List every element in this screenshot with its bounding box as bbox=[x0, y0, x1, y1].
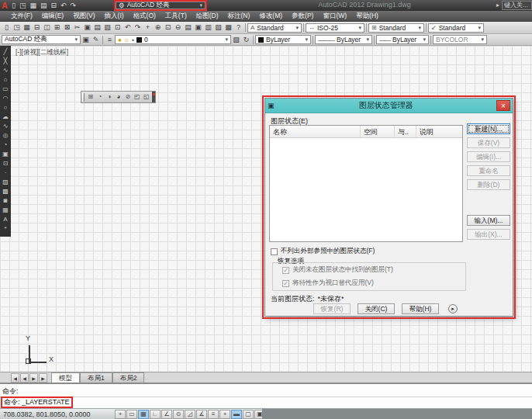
draw-tool-icon[interactable]: ☁ bbox=[2, 113, 9, 122]
menu-item[interactable]: 窗口(W) bbox=[318, 12, 351, 21]
tab-nav-icon[interactable]: ◀ bbox=[20, 373, 29, 383]
tab-layout2[interactable]: 布局2 bbox=[112, 372, 145, 383]
layer-properties-manager-icon[interactable]: ≡ bbox=[105, 35, 115, 45]
draw-tool-icon[interactable]: ▦ bbox=[2, 206, 9, 215]
draw-tool-icon[interactable]: * bbox=[4, 224, 6, 234]
quick-access-icon[interactable]: ▯ bbox=[12, 1, 16, 11]
toolbar-icon[interactable]: ⊕ bbox=[153, 23, 163, 33]
text-style-combo[interactable]: A Standard ▾ bbox=[247, 23, 302, 33]
tab-nav-icon[interactable]: ▶ bbox=[29, 373, 38, 383]
status-toggle-button[interactable]: ◿ bbox=[185, 410, 195, 419]
layer-states-icon[interactable]: ▧ bbox=[231, 35, 241, 45]
draw-tool-icon[interactable]: ○ bbox=[4, 103, 8, 113]
toolbar-icon[interactable]: ▥ bbox=[203, 23, 213, 33]
layer-state-icon[interactable]: ⊞ bbox=[86, 92, 95, 102]
draw-tool-icon[interactable]: ∿ bbox=[3, 122, 9, 131]
menu-item[interactable]: 视图(V) bbox=[68, 12, 99, 21]
tab-model[interactable]: 模型 bbox=[51, 372, 80, 383]
toolbar-icon[interactable]: ▩ bbox=[223, 23, 233, 33]
quick-access-icon[interactable]: ↶ bbox=[60, 1, 67, 11]
footer-button[interactable]: 关闭(C) bbox=[358, 303, 395, 314]
draw-tool-icon[interactable]: ▨ bbox=[2, 178, 9, 187]
footer-button[interactable]: 帮助(H) bbox=[402, 303, 439, 314]
status-toggle-button[interactable]: + bbox=[219, 410, 230, 419]
status-toggle-button[interactable]: ∟ bbox=[150, 410, 161, 419]
layer-state-icon[interactable]: ◰ bbox=[133, 92, 142, 102]
toolbar-icon[interactable]: ⊠ bbox=[62, 23, 72, 33]
close-icon[interactable]: × bbox=[496, 100, 510, 111]
draw-tool-icon[interactable]: ▩ bbox=[2, 187, 9, 196]
toolbar-icon[interactable]: ▤ bbox=[92, 23, 102, 33]
toolbar-icon[interactable]: ▦ bbox=[22, 23, 32, 33]
toolbar-icon[interactable]: ↶ bbox=[123, 23, 133, 33]
menu-item[interactable]: 文件(F) bbox=[6, 12, 37, 21]
autocad-logo-icon[interactable]: A bbox=[2, 1, 8, 11]
draw-tool-icon[interactable]: ╳ bbox=[4, 57, 8, 66]
toolbar-icon[interactable]: ▣ bbox=[193, 23, 203, 33]
xref-checkbox[interactable] bbox=[271, 248, 278, 255]
dim-style-combo[interactable]: ↔ ISO-25 ▾ bbox=[306, 23, 364, 33]
menu-item[interactable]: 参数(P) bbox=[287, 12, 318, 21]
dialog-button[interactable]: 重命名 bbox=[467, 165, 510, 176]
workspace-combo[interactable]: AutoCAD 经典 ▾ bbox=[2, 35, 81, 44]
toolbar-icon[interactable]: ⊡ bbox=[112, 23, 123, 33]
plot-style-combo[interactable]: BYCOLOR ▾ bbox=[433, 35, 487, 44]
toolbar-icon[interactable]: ⊡ bbox=[163, 23, 173, 33]
layer-state-icon[interactable]: ◱ bbox=[142, 92, 151, 102]
dialog-button[interactable]: 删除(D) bbox=[467, 179, 510, 190]
menu-item[interactable]: 工具(T) bbox=[161, 12, 192, 21]
status-toggle-button[interactable]: ▬ bbox=[231, 410, 242, 419]
color-combo[interactable]: ByLayer ▾ bbox=[255, 35, 311, 44]
column-header[interactable]: 说明 bbox=[416, 126, 462, 137]
tab-nav-icon[interactable]: ▶ bbox=[39, 373, 47, 383]
quick-access-icon[interactable]: ↷ bbox=[71, 1, 77, 11]
toolbar-icon[interactable]: ▯ bbox=[2, 23, 12, 33]
mleader-style-combo[interactable]: ↙ Standard ▾ bbox=[428, 23, 484, 33]
tab-layout1[interactable]: 布局1 bbox=[80, 372, 112, 383]
draw-tool-icon[interactable]: ▭ bbox=[2, 85, 9, 94]
column-header[interactable]: 名称 bbox=[270, 126, 361, 137]
workspace-settings-icon[interactable]: ▣ bbox=[81, 35, 91, 45]
draw-tool-icon[interactable]: ╱ bbox=[4, 47, 8, 57]
draw-tool-icon[interactable]: ◠ bbox=[3, 94, 9, 103]
column-header[interactable]: 与.. bbox=[395, 126, 416, 137]
linetype-combo[interactable]: ——— ByLayer ▾ bbox=[315, 35, 372, 44]
toolbar-icon[interactable]: ⊟ bbox=[32, 23, 42, 33]
tab-nav-icon[interactable]: ◀ bbox=[11, 373, 19, 383]
expand-dialog-button[interactable]: ▸ bbox=[448, 304, 458, 313]
search-arrow-icon[interactable]: ▸ bbox=[496, 2, 499, 9]
dialog-button[interactable]: 新建(N)... bbox=[467, 123, 510, 134]
quick-access-icon[interactable]: ▦ bbox=[29, 1, 36, 11]
draw-tool-icon[interactable]: ⊡ bbox=[3, 159, 9, 168]
dialog-button[interactable]: 编辑(I)... bbox=[467, 151, 510, 162]
toolbar-icon[interactable]: ▣ bbox=[82, 23, 92, 33]
layer-state-icon[interactable]: ◑ bbox=[105, 92, 114, 102]
turn-off-layers-checkbox[interactable] bbox=[282, 267, 289, 274]
status-toggle-button[interactable]: ∡ bbox=[196, 410, 207, 419]
toolbar-icon[interactable]: ▨ bbox=[102, 23, 112, 33]
toolbar-icon[interactable]: ◫ bbox=[42, 23, 52, 33]
draw-tool-icon[interactable]: · bbox=[5, 168, 7, 178]
quick-access-icon[interactable]: ▤ bbox=[40, 1, 47, 11]
layer-combo[interactable]: ● ☼ ▪ 0 ▾ bbox=[115, 35, 231, 44]
status-toggle-button[interactable]: ▦ bbox=[138, 410, 149, 419]
table-style-combo[interactable]: ⊞ Standard ▾ bbox=[368, 23, 424, 33]
column-header[interactable]: 空间 bbox=[361, 126, 395, 137]
status-toggle-button[interactable]: + bbox=[115, 410, 126, 419]
toolbar-close-nub[interactable] bbox=[152, 92, 155, 102]
command-line-text[interactable]: 命令: _LAYERSTATE bbox=[2, 397, 70, 407]
menu-item[interactable]: 绘图(D) bbox=[192, 12, 223, 21]
viewport-overrides-checkbox[interactable] bbox=[282, 280, 289, 287]
dialog-button[interactable]: 输入(M)... bbox=[467, 215, 510, 226]
toolbar-icon[interactable]: ▤ bbox=[183, 23, 193, 33]
workspace-switcher-dropdown[interactable]: ⚙ AutoCAD 经典 ▾ bbox=[116, 2, 206, 9]
command-window[interactable]: 命令: 命令: _LAYERSTATE bbox=[0, 383, 532, 408]
layer-previous-icon[interactable]: ↻ bbox=[241, 35, 251, 45]
viewport-controls-label[interactable]: [-][俯视][二维线框] bbox=[16, 48, 68, 57]
toolbar-icon[interactable]: ◳ bbox=[12, 23, 22, 33]
status-toggle-button[interactable]: ≡ bbox=[208, 410, 219, 419]
draw-tool-icon[interactable]: ▣ bbox=[2, 150, 9, 159]
quick-access-icon[interactable]: ◳ bbox=[19, 1, 26, 11]
status-toggle-button[interactable]: ∠ bbox=[161, 410, 172, 419]
draw-tool-icon[interactable]: ⌂ bbox=[4, 75, 8, 85]
